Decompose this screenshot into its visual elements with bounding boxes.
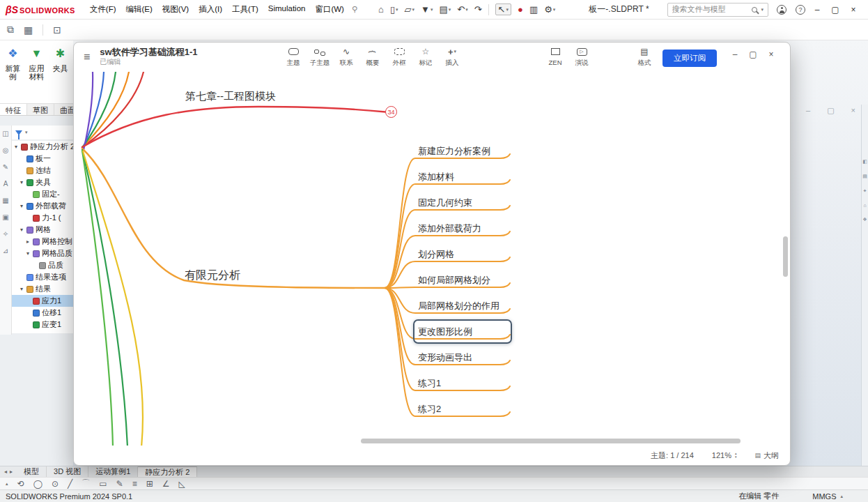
mindmap-canvas[interactable]: 第七章--工程图模块 34 有限元分析 新建应力分析案例 添加材料 固定几何约束… <box>74 72 790 446</box>
sketch-tool-icon[interactable]: ⊞ <box>146 479 153 489</box>
tree-row[interactable]: 应变1 <box>12 319 73 330</box>
sketch-tool-icon[interactable]: ◺ <box>179 479 185 489</box>
tree-row[interactable]: ▾网格 <box>12 224 73 236</box>
subscribe-button[interactable]: 立即订阅 <box>662 50 717 67</box>
topic-chapter7[interactable]: 第七章--工程图模块 <box>185 90 276 103</box>
chevron-down-icon[interactable]: ▾ <box>553 7 556 13</box>
taskpane-tab-icon[interactable]: ◧ <box>862 159 867 165</box>
strip-icon[interactable]: ✎ <box>3 163 8 171</box>
tree-row[interactable]: 力-1 ( <box>12 212 73 224</box>
pin-menu-icon[interactable]: ⚲ <box>352 5 357 14</box>
tree-row[interactable]: 品质 <box>12 259 73 271</box>
chevron-down-icon[interactable]: ▾ <box>396 7 398 13</box>
minimize-button[interactable]: – <box>726 50 744 59</box>
tree-row[interactable]: ▾结果 <box>12 283 73 295</box>
tree-row[interactable]: ▾外部载荷 <box>12 200 73 212</box>
menu-edit[interactable]: 编辑(E) <box>124 3 155 16</box>
chevron-down-icon[interactable]: ▾ <box>506 7 509 13</box>
tree-row[interactable]: ▾静应力分析 2 <box>12 141 73 153</box>
strip-icon[interactable]: ✧ <box>3 230 8 238</box>
zoom-level[interactable]: 121% <box>712 451 731 459</box>
home-icon[interactable]: ⌂ <box>378 4 384 15</box>
menu-insert[interactable]: 插入(I) <box>196 3 224 16</box>
strip-icon[interactable]: ▣ <box>2 213 8 221</box>
help-icon[interactable]: ? <box>796 5 805 15</box>
sketch-tool-icon[interactable]: ▭ <box>99 479 107 489</box>
tree-row[interactable]: ▾夹具 <box>12 176 73 188</box>
close-button[interactable]: × <box>844 5 862 15</box>
taskpane-tab-icon[interactable]: ✦ <box>863 188 867 194</box>
tool-boundary[interactable]: 外框 <box>386 46 412 68</box>
topic-child[interactable]: 固定几何约束 <box>418 197 472 209</box>
strip-icon[interactable]: A <box>3 180 8 188</box>
capture-icon-3[interactable]: ⊡ <box>53 24 61 36</box>
expand-arrow[interactable]: ▾ <box>19 203 24 209</box>
status-units[interactable]: MMGS <box>812 492 836 501</box>
collapse-icon[interactable]: ▴ <box>6 481 8 487</box>
tool-format[interactable]: ▤格式 <box>631 46 658 68</box>
chevron-down-icon[interactable]: ▾ <box>431 7 433 13</box>
expand-arrow[interactable]: ▾ <box>13 144 19 150</box>
capture-icon-2[interactable]: ▦ <box>24 24 33 36</box>
tool-marker[interactable]: ☆标记 <box>412 46 439 68</box>
tab-motion-study[interactable]: 运动算例1 <box>88 466 138 477</box>
strip-icon[interactable]: ◫ <box>2 130 8 137</box>
command-fixtures[interactable]: ✱ 夹具 <box>49 46 71 98</box>
menu-tools[interactable]: 工具(T) <box>230 3 261 16</box>
print-icon[interactable]: ▤ <box>439 4 447 15</box>
topic-child[interactable]: 练习2 <box>418 403 441 416</box>
sheet-icon[interactable]: ▥ <box>529 4 538 15</box>
topic-child[interactable]: 新建应力分析案例 <box>418 145 490 158</box>
menu-view[interactable]: 视图(V) <box>160 3 191 16</box>
topic-fea[interactable]: 有限元分析 <box>185 268 240 283</box>
sphere-icon[interactable]: ● <box>518 4 523 15</box>
menu-window[interactable]: 窗口(W) <box>313 3 346 16</box>
tool-subtopic[interactable]: 子主题 <box>307 46 333 68</box>
search-icon[interactable] <box>752 7 757 13</box>
open-icon[interactable]: ▱ <box>405 4 412 15</box>
sketch-tool-icon[interactable]: ⌒ <box>82 478 90 489</box>
tool-topic[interactable]: 主题 <box>280 46 307 68</box>
sketch-tool-icon[interactable]: ∠ <box>162 479 170 489</box>
close-button[interactable]: × <box>762 50 780 59</box>
topic-child-selected[interactable]: 更改图形比例 <box>418 326 472 338</box>
vertical-scrollbar[interactable] <box>783 236 788 277</box>
menu-file[interactable]: 文件(F) <box>88 3 118 16</box>
outline-button[interactable]: ▤ 大纲 <box>754 450 779 461</box>
chevron-down-icon[interactable]: ▾ <box>761 7 764 13</box>
tree-row[interactable]: 固定- <box>12 188 73 200</box>
tree-row[interactable]: ▸网格控制 <box>12 236 73 248</box>
expand-arrow[interactable]: ▾ <box>19 286 24 292</box>
zoom-out-icon[interactable]: ▾ <box>735 455 737 459</box>
new-document-icon[interactable]: ▯ <box>390 4 395 15</box>
minimize-button[interactable]: – <box>808 5 826 15</box>
collapsed-count-badge[interactable]: 34 <box>385 106 397 118</box>
tab-model[interactable]: 模型 <box>17 466 47 477</box>
account-icon[interactable] <box>777 5 786 15</box>
tab-scroll-left-icon[interactable]: ◂ <box>4 469 7 475</box>
sketch-tool-icon[interactable]: ⟲ <box>17 479 24 489</box>
hamburger-menu-icon[interactable]: ≡ <box>84 51 90 63</box>
sketch-tool-icon[interactable]: ⊙ <box>52 479 59 489</box>
chevron-down-icon[interactable]: ▾ <box>25 130 28 135</box>
expand-arrow[interactable]: ▾ <box>19 179 24 185</box>
chevron-up-icon[interactable]: ▴ <box>840 494 843 499</box>
command-apply-material[interactable]: ▼ 应用材料 <box>26 46 47 98</box>
expand-arrow[interactable]: ▾ <box>19 227 24 233</box>
strip-icon[interactable]: ⊿ <box>3 247 8 254</box>
tool-insert[interactable]: +▾插入 <box>439 46 465 68</box>
sketch-tool-icon[interactable]: ≡ <box>132 479 137 489</box>
tree-row[interactable]: ▾网格品质 <box>12 248 73 259</box>
select-cursor-icon[interactable]: ↖ <box>498 4 506 15</box>
save-icon[interactable]: ▼ <box>421 4 430 15</box>
tab-features[interactable]: 特征 <box>0 104 27 115</box>
topic-child[interactable]: 局部网格划分的作用 <box>418 300 499 312</box>
tree-row-selected[interactable]: 应力1 <box>12 295 73 307</box>
menu-simulation[interactable]: Simulation <box>266 3 308 16</box>
sketch-tool-icon[interactable]: ◯ <box>33 479 42 489</box>
sketch-tool-icon[interactable]: ✎ <box>116 479 123 489</box>
undo-icon[interactable]: ↶ <box>457 4 465 15</box>
topic-child[interactable]: 添加材料 <box>418 171 454 183</box>
tool-summary[interactable]: {概要 <box>359 46 386 68</box>
tree-filter[interactable]: ▾ <box>12 126 73 139</box>
